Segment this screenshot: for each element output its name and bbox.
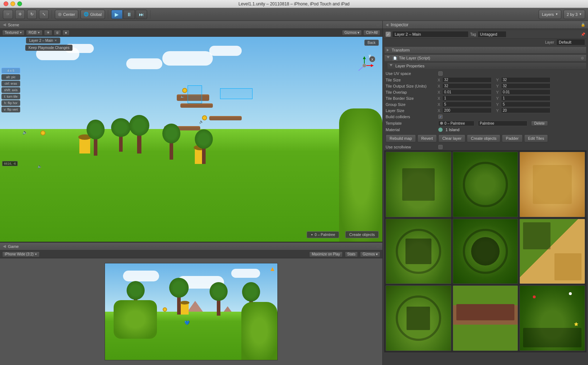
tile-8[interactable]: ⭐ [519, 285, 585, 351]
component-menu-icon[interactable]: ⚙ [581, 56, 584, 60]
layout-dropdown[interactable]: 2 by 3 ▼ [563, 10, 585, 19]
template-delete-btn[interactable]: Delete [531, 121, 548, 126]
game-tab[interactable]: Game [8, 244, 19, 249]
global-btn[interactable]: 🌐 Global [80, 10, 105, 19]
material-field[interactable]: 1 Island [438, 128, 460, 132]
game-tree-top-1 [127, 281, 145, 300]
move-tool-btn[interactable]: ✛ [15, 10, 25, 19]
tile-size-y-label: Y [496, 78, 499, 82]
tile-size-x-field[interactable] [442, 77, 492, 83]
padder-btn[interactable]: Padder [502, 134, 522, 142]
revert-btn[interactable]: Revert [417, 134, 437, 142]
tile-3[interactable] [386, 219, 451, 284]
stats-btn[interactable]: Stats [345, 252, 358, 257]
palmtree-dropdown[interactable]: ▼ 0 – Palmtree [307, 231, 339, 238]
inspector-tab-label[interactable]: Inspector [391, 22, 408, 27]
build-colliders-checkbox[interactable] [438, 115, 443, 119]
tree-trunk-5 [202, 143, 206, 164]
keep-playmode-button[interactable]: Keep Playmode Changes [25, 45, 73, 51]
flip-hor-btn[interactable]: h: flip hor [1, 100, 20, 106]
clear-layer-btn[interactable]: Clear layer [438, 134, 465, 142]
scene-tab[interactable]: Scene [8, 23, 19, 27]
tile-1[interactable] [453, 152, 518, 217]
resolution-dropdown[interactable]: iPhone Wide (3:2) ▼ [2, 252, 40, 257]
object-name-field[interactable] [392, 31, 469, 37]
active-checkbox[interactable]: ✓ [386, 32, 391, 37]
use-uv-checkbox[interactable] [438, 71, 443, 76]
window-controls[interactable] [4, 1, 22, 6]
inspector-header: ◀ Inspector 🔒 [383, 21, 588, 29]
rebuild-map-btn[interactable]: Rebuild map [386, 134, 416, 142]
rgb-dropdown[interactable]: RGB ▼ [26, 30, 43, 36]
scene-all-btn[interactable]: Ctrl+All [363, 30, 380, 36]
tile-overlap-y-field[interactable] [501, 89, 550, 95]
tile-2[interactable] [519, 152, 585, 217]
layer-field[interactable] [556, 39, 585, 45]
layers-dropdown[interactable]: Layers ▼ [539, 10, 561, 19]
textured-dropdown[interactable]: Textured ▼ [2, 30, 25, 36]
tile-output-y-field[interactable] [501, 83, 550, 89]
tile-output-x-field[interactable] [442, 83, 492, 89]
scene-collapse-btn[interactable] [377, 23, 379, 26]
tile-layer-section[interactable]: 📄 Tile Layer (Script) ⚙ [384, 54, 587, 62]
scene-extra-1[interactable]: ☀ [44, 30, 52, 36]
use-scrollview-checkbox[interactable] [438, 145, 443, 149]
template-name-field[interactable] [478, 121, 527, 126]
ctrl-tab-item[interactable]: Layer 2 – Main ✕ [26, 37, 60, 44]
turn-tile-btn[interactable]: t: turn tile [1, 94, 20, 99]
layers-arrow-icon: ▼ [555, 13, 558, 16]
scene-canvas[interactable]: 🔈 🔈 🔈 🔈 y [0, 37, 382, 242]
center-btn[interactable]: ◎ Center [55, 10, 78, 19]
grid-size-btn[interactable]: 4 x 5 [1, 68, 20, 74]
maximize-button[interactable] [17, 1, 22, 6]
scene-extra-2[interactable]: α [54, 30, 61, 36]
game-collapse-btn[interactable] [377, 245, 379, 248]
flip-vert-btn[interactable]: v: flip vert [1, 107, 20, 112]
window-title: Level1.1.unity – 20110818 – iPhone, iPod… [238, 1, 350, 6]
close-button[interactable] [4, 1, 8, 6]
object-name-bar: ✓ Tag 📌 [384, 30, 587, 39]
alt-pick-btn[interactable]: alt: pic [1, 74, 20, 80]
minimize-button[interactable] [10, 1, 15, 6]
tile-4-center [471, 237, 500, 266]
transform-section[interactable]: Transform [384, 46, 587, 54]
gizmo-widget[interactable]: X [354, 55, 375, 76]
ctrl-tab-close[interactable]: ✕ [54, 39, 57, 42]
scale-tool-btn[interactable]: ⤡ [39, 10, 49, 19]
layer-size-y-label: Y [496, 108, 499, 113]
group-size-y-field[interactable] [501, 102, 550, 107]
template-field[interactable]: 0 – Palmtree [438, 121, 474, 126]
tile-7[interactable] [453, 285, 518, 351]
tile-overlap-x-field[interactable] [442, 89, 492, 95]
tile-4[interactable] [453, 219, 518, 284]
tile-5[interactable] [519, 219, 585, 284]
tile-border-x-field[interactable] [442, 95, 492, 101]
shift-axis-btn[interactable]: shift: axis [1, 87, 20, 93]
rotate-tool-btn[interactable]: ↻ [27, 10, 37, 19]
create-objects-overlay-btn[interactable]: Create objects [345, 231, 379, 238]
gizmos-dropdown[interactable]: Gizmos ▾ [342, 30, 362, 36]
tag-field[interactable] [478, 31, 506, 37]
layer-size-x-field[interactable] [442, 108, 492, 113]
tile-6[interactable] [386, 285, 451, 351]
hand-tool-btn[interactable]: ☞ [3, 10, 13, 19]
pause-button[interactable]: ⏸ [123, 10, 135, 19]
create-objects-btn[interactable]: Create objects [467, 134, 500, 142]
layer-size-y-field[interactable] [501, 108, 550, 113]
game-gizmos-dropdown[interactable]: Gizmos ▾ [360, 252, 380, 257]
tile-0[interactable] [386, 152, 451, 217]
step-button[interactable]: ⏭ [136, 10, 147, 19]
inspector-lock-icon[interactable]: 🔒 [581, 23, 585, 27]
tile-overlap-row: Tile Overlap X Y [384, 89, 587, 95]
layer-properties-section[interactable]: Layer Properties [387, 62, 587, 70]
scene-extra-3[interactable]: ● [62, 30, 70, 36]
back-button[interactable]: Back [364, 40, 379, 46]
ctrl-erase-btn[interactable]: ctrl: eras [1, 81, 20, 86]
maximize-btn[interactable]: Maximize on Play [309, 252, 342, 257]
tile-size-y-field[interactable] [501, 77, 550, 83]
inspector-pin-icon[interactable]: 📌 [581, 32, 585, 36]
edit-tiles-btn[interactable]: Edit Tiles [524, 134, 548, 142]
play-button[interactable]: ▶ [111, 10, 123, 19]
tile-border-y-field[interactable] [501, 95, 550, 101]
group-size-x-field[interactable] [442, 102, 492, 107]
